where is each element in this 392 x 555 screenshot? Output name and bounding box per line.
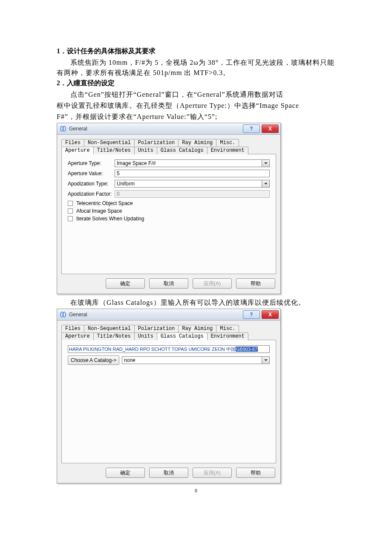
titlebar[interactable]: General ? X [57, 309, 280, 321]
help-button-icon[interactable]: ? [243, 124, 260, 133]
page-number: 0 [57, 488, 335, 494]
tab-units[interactable]: Units [134, 332, 157, 340]
checkbox-icon[interactable] [68, 216, 73, 221]
app-icon [60, 311, 66, 318]
general-dialog-glass-catalogs: General ? X Files Non-Sequential Polariz… [57, 309, 281, 483]
apodization-type-label: Apodization Type: [68, 181, 115, 187]
aperture-panel: Aperture Type: Image Space F/# Aperture … [61, 154, 276, 274]
help-button[interactable]: 帮助 [236, 278, 275, 289]
iterate-checkbox-row[interactable]: Iterate Solves When Updating [68, 216, 270, 222]
tab-title-notes[interactable]: Title/Notes [93, 332, 135, 340]
aperture-type-value[interactable]: Image Space F/# [115, 159, 262, 167]
catalog-text: HARA PILKINGTON RAD_HARD RPO SCHOTT TOPA… [69, 347, 236, 352]
aperture-type-label: Aperture Type: [68, 160, 115, 166]
tab-files[interactable]: Files [61, 139, 84, 147]
svg-point-1 [63, 126, 66, 131]
ok-button[interactable]: 确定 [106, 278, 145, 289]
checkbox-icon[interactable] [68, 208, 73, 214]
svg-point-0 [61, 126, 63, 131]
apodization-factor-field: 0 [115, 190, 270, 198]
choose-catalog-button[interactable]: Choose A Catalog-> [68, 356, 119, 365]
iterate-label: Iterate Solves When Updating [76, 216, 144, 222]
afocal-label: Afocal Image Space [76, 208, 122, 214]
dialog-title: General [69, 126, 241, 132]
glass-catalogs-panel: HARA PILKINGTON RAD_HARD RPO SCHOTT TOPA… [61, 340, 276, 463]
help-button[interactable]: 帮助 [236, 468, 275, 478]
checkbox-icon[interactable] [68, 201, 73, 206]
tab-non-sequential[interactable]: Non-Sequential [84, 325, 135, 332]
chevron-down-icon[interactable] [262, 180, 270, 188]
section2-body-c: F#”，并根据设计要求在“Aperture Value:”输入“5”; [57, 112, 335, 122]
tab-misc[interactable]: Misc. [216, 325, 239, 332]
app-icon [60, 125, 66, 132]
catalog-selected: GB903-87 [236, 347, 258, 352]
tab-ray-aiming[interactable]: Ray Aiming [178, 139, 216, 147]
tab-units[interactable]: Units [134, 147, 157, 154]
help-button-icon[interactable]: ? [243, 310, 260, 319]
catalog-dropdown-value[interactable]: none [122, 356, 262, 364]
section1-heading: 1．设计任务的具体指标及其要求 [57, 47, 335, 56]
tab-environment[interactable]: Environment [207, 147, 248, 154]
chevron-down-icon[interactable] [262, 159, 270, 167]
tab-non-sequential[interactable]: Non-Sequential [84, 139, 135, 147]
tab-title-notes[interactable]: Title/Notes [93, 147, 135, 154]
tab-aperture[interactable]: Aperture [61, 147, 94, 154]
catalog-dropdown[interactable]: none [122, 356, 270, 364]
tab-glass-catalogs[interactable]: Glass Catalogs [157, 332, 208, 340]
telecentric-label: Telecentric Object Space [76, 200, 133, 206]
apodization-type-value[interactable]: Uniform [115, 180, 262, 188]
svg-point-2 [61, 312, 63, 317]
mid-text: 在玻璃库（Glass Catalogs）里输入所有可以导入的玻璃库以便后续优化。 [57, 298, 335, 308]
ok-button[interactable]: 确定 [106, 468, 145, 478]
dialog-title: General [69, 312, 241, 318]
afocal-checkbox-row[interactable]: Afocal Image Space [68, 208, 270, 214]
section2-body-a: 点击“Gen”按钮打开“General”窗口，在“General”系统通用数据对… [57, 90, 335, 100]
tab-glass-catalogs[interactable]: Glass Catalogs [157, 147, 208, 154]
general-dialog-aperture: General ? X Files Non-Sequential Polariz… [57, 123, 281, 294]
titlebar[interactable]: General ? X [57, 123, 280, 135]
apply-button[interactable]: 应用(A) [193, 278, 232, 289]
apodization-factor-label: Apodization Factor: [68, 191, 115, 197]
tab-environment[interactable]: Environment [207, 332, 248, 340]
cancel-button[interactable]: 取消 [149, 278, 188, 289]
svg-point-3 [63, 312, 66, 317]
tab-ray-aiming[interactable]: Ray Aiming [178, 325, 216, 332]
section2-body-b: 框中设置孔径和玻璃库。在孔径类型（Aperture Type:）中选择“Imag… [57, 101, 335, 111]
cancel-button[interactable]: 取消 [149, 468, 188, 478]
glass-catalog-list[interactable]: HARA PILKINGTON RAD_HARD RPO SCHOTT TOPA… [68, 345, 270, 353]
chevron-down-icon[interactable] [262, 356, 270, 364]
apodization-type-dropdown[interactable]: Uniform [115, 180, 270, 188]
tab-polarization[interactable]: Polarization [134, 325, 179, 332]
close-icon[interactable]: X [262, 124, 279, 133]
telecentric-checkbox-row[interactable]: Telecentric Object Space [68, 200, 270, 206]
close-icon[interactable]: X [262, 310, 279, 319]
aperture-value-field[interactable]: 5 [115, 170, 270, 177]
tab-aperture[interactable]: Aperture [61, 332, 94, 340]
tab-files[interactable]: Files [61, 325, 84, 332]
tab-misc[interactable]: Misc. [216, 139, 239, 147]
tab-polarization[interactable]: Polarization [134, 139, 179, 147]
aperture-type-dropdown[interactable]: Image Space F/# [115, 159, 270, 167]
aperture-value-label: Aperture Value: [68, 171, 115, 176]
apply-button[interactable]: 应用(A) [193, 468, 232, 478]
section2-heading: 2．入瞳直径的设定 [57, 79, 335, 88]
section1-body: 系统焦距为 10mm，F/#为 5，全视场 2ω为 38°，工作在可见光波段，玻… [57, 58, 335, 78]
